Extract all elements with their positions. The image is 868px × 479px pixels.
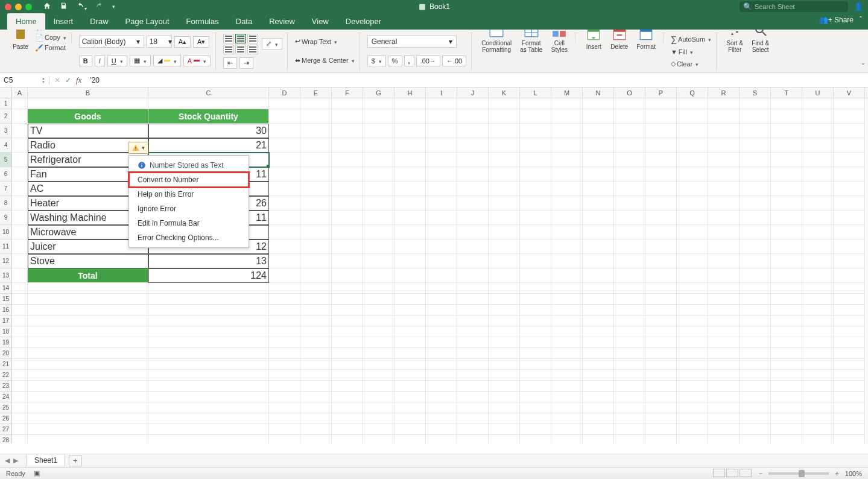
cell-B25[interactable]	[28, 402, 148, 413]
cell-G27[interactable]	[363, 424, 394, 435]
cell-N3[interactable]	[583, 124, 614, 138]
cell-R12[interactable]	[708, 254, 740, 268]
cell-J10[interactable]	[457, 225, 489, 240]
cell-G26[interactable]	[363, 413, 394, 424]
cell-G18[interactable]	[363, 326, 394, 337]
cell-U5[interactable]	[802, 153, 834, 167]
cell-T4[interactable]	[771, 138, 802, 153]
cell-V25[interactable]	[834, 402, 865, 413]
font-size-dropdown[interactable]: 18▾	[147, 36, 172, 48]
cell-O17[interactable]	[614, 316, 645, 326]
cell-S25[interactable]	[740, 402, 771, 413]
cell-U3[interactable]	[802, 124, 834, 138]
cell-V17[interactable]	[834, 316, 865, 326]
column-header-G[interactable]: G	[363, 87, 394, 98]
cell-L6[interactable]	[520, 167, 551, 182]
cell-V14[interactable]	[834, 283, 865, 294]
cell-O19[interactable]	[614, 337, 645, 348]
cell-I28[interactable]	[426, 435, 457, 443]
cell-P11[interactable]	[645, 240, 677, 254]
cell-A23[interactable]	[12, 381, 28, 392]
cell-R15[interactable]	[708, 294, 740, 305]
cell-F20[interactable]	[332, 348, 363, 359]
column-header-N[interactable]: N	[583, 87, 614, 98]
cell-O2[interactable]	[614, 109, 645, 124]
cell-N8[interactable]	[583, 196, 614, 211]
redo-icon[interactable]	[95, 2, 104, 12]
cell-S22[interactable]	[740, 370, 771, 381]
cell-P19[interactable]	[645, 337, 677, 348]
cell-U17[interactable]	[802, 316, 834, 326]
cell-G9[interactable]	[363, 211, 394, 225]
cell-T20[interactable]	[771, 348, 802, 359]
cell-Q15[interactable]	[677, 294, 708, 305]
row-header-11[interactable]: 11	[0, 240, 12, 254]
cell-Q27[interactable]	[677, 424, 708, 435]
cell-R23[interactable]	[708, 381, 740, 392]
cell-Q1[interactable]	[677, 98, 708, 109]
cell-R19[interactable]	[708, 337, 740, 348]
cell-T5[interactable]	[771, 153, 802, 167]
tab-insert[interactable]: Insert	[45, 13, 82, 30]
cell-L18[interactable]	[520, 326, 551, 337]
row-header-15[interactable]: 15	[0, 294, 12, 305]
cell-B28[interactable]	[28, 435, 148, 443]
cell-styles-button[interactable]: Cell Styles	[548, 30, 570, 54]
cell-C21[interactable]	[148, 359, 269, 370]
cell-M4[interactable]	[551, 138, 583, 153]
cell-V11[interactable]	[834, 240, 865, 254]
cell-M18[interactable]	[551, 326, 583, 337]
account-icon[interactable]: 👤	[854, 2, 863, 11]
column-header-V[interactable]: V	[834, 87, 865, 98]
row-header-19[interactable]: 19	[0, 337, 12, 348]
cell-T25[interactable]	[771, 402, 802, 413]
cell-U24[interactable]	[802, 392, 834, 402]
cell-I20[interactable]	[426, 348, 457, 359]
cell-V20[interactable]	[834, 348, 865, 359]
cell-D3[interactable]	[269, 124, 300, 138]
cell-L15[interactable]	[520, 294, 551, 305]
align-top-center[interactable]	[235, 34, 246, 43]
sort-filter-button[interactable]: Sort & Filter	[724, 30, 746, 54]
cell-G14[interactable]	[363, 283, 394, 294]
cell-B17[interactable]	[28, 316, 148, 326]
cell-D12[interactable]	[269, 254, 300, 268]
cell-U1[interactable]	[802, 98, 834, 109]
row-header-4[interactable]: 4	[0, 138, 12, 153]
cell-E3[interactable]	[300, 124, 332, 138]
cell-M8[interactable]	[551, 196, 583, 211]
cell-O18[interactable]	[614, 326, 645, 337]
cell-H27[interactable]	[394, 424, 426, 435]
cell-A14[interactable]	[12, 283, 28, 294]
cell-O6[interactable]	[614, 167, 645, 182]
cell-Q23[interactable]	[677, 381, 708, 392]
cell-V12[interactable]	[834, 254, 865, 268]
cell-A17[interactable]	[12, 316, 28, 326]
wrap-text-button[interactable]: ↩Wrap Text	[295, 37, 355, 45]
cell-Q12[interactable]	[677, 254, 708, 268]
cell-O9[interactable]	[614, 211, 645, 225]
cell-S2[interactable]	[740, 109, 771, 124]
cell-A18[interactable]	[12, 326, 28, 337]
cell-M3[interactable]	[551, 124, 583, 138]
cell-V21[interactable]	[834, 359, 865, 370]
cell-K28[interactable]	[489, 435, 520, 443]
cell-M10[interactable]	[551, 225, 583, 240]
cell-M26[interactable]	[551, 413, 583, 424]
cell-P15[interactable]	[645, 294, 677, 305]
cell-S14[interactable]	[740, 283, 771, 294]
cell-Q19[interactable]	[677, 337, 708, 348]
cell-F19[interactable]	[332, 337, 363, 348]
cell-F26[interactable]	[332, 413, 363, 424]
cell-P28[interactable]	[645, 435, 677, 443]
cell-N12[interactable]	[583, 254, 614, 268]
find-select-button[interactable]: Find & Select	[749, 30, 771, 54]
cell-M7[interactable]	[551, 182, 583, 196]
cell-F13[interactable]	[332, 268, 363, 283]
cell-D18[interactable]	[269, 326, 300, 337]
cell-H8[interactable]	[394, 196, 426, 211]
cell-P13[interactable]	[645, 268, 677, 283]
cell-R9[interactable]	[708, 211, 740, 225]
format-painter-button[interactable]: 🖌️Format	[35, 44, 66, 52]
cell-V28[interactable]	[834, 435, 865, 443]
